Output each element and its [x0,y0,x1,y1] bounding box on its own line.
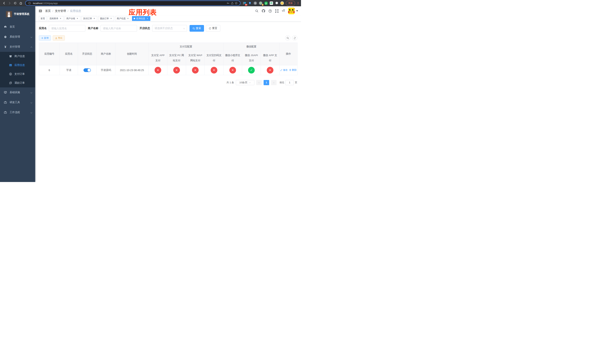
filter-label-status: 开启状态 [140,27,150,30]
breadcrumb-home[interactable]: 首页 [45,9,51,13]
help-icon[interactable] [269,9,272,13]
share-icon[interactable] [230,1,234,5]
tag-refund-order[interactable]: 退款订单 [98,16,114,21]
page-content: 应用名 商户名称 开启状态 请选择开启状态 搜索 重置 [35,22,301,182]
browser-home-button[interactable] [18,0,23,6]
pay-submenu: 商户信息 应用信息 支付订单 退款订单 [0,52,35,87]
col-group-alipay: 支付宝配置 [149,43,224,51]
extension-chat-icon[interactable] [269,1,273,5]
refresh-table-button[interactable] [292,35,297,41]
status-icon-wx-app: ✕ [267,67,273,74]
browser-forward-button[interactable] [7,0,12,6]
extension-session-icon[interactable]: 1 [259,1,262,5]
sidebar-item-refund-order[interactable]: 退款订单 [0,78,35,87]
prev-page-button[interactable] [256,80,262,85]
col-header-status: 开启状态 [78,43,97,65]
sidebar-item-system[interactable]: 系统管理 [0,32,35,42]
close-icon[interactable] [110,17,112,20]
add-button[interactable]: 新增 [39,35,51,41]
breadcrumb: 首页 / 支付管理 / 应用信息 [45,9,81,13]
bookmark-star-icon[interactable] [234,1,238,5]
extension-gem-icon[interactable] [248,1,252,5]
extension-command-icon[interactable] [253,1,257,5]
search-icon [287,37,289,39]
sidebar-item-infra[interactable]: 基础设施 [0,87,35,97]
extension-badge: 10 [245,4,247,6]
reload-icon [14,2,17,5]
reset-button[interactable]: 重置 [206,25,220,32]
tag-flow-form[interactable]: 流程表单 [48,16,64,21]
page-size-select[interactable]: 10条/页 [236,80,254,85]
refresh-icon [209,27,211,30]
toolbox-icon [4,111,7,114]
sidebar-item-pay-order[interactable]: 支付订单 [0,70,35,78]
yen-circle-icon [9,73,12,75]
site-info-icon[interactable] [27,1,32,5]
sidebar-logo[interactable]: 芋道管理系统 [0,6,35,22]
sidebar-item-label: 支付订单 [14,72,32,76]
col-header-app-name: 应用名 [60,43,78,65]
next-page-button[interactable] [271,80,277,85]
browser-menu-icon[interactable] [297,1,300,5]
breadcrumb-pay[interactable]: 支付管理 [55,9,66,13]
tag-pay-order[interactable]: 支付订单 [81,16,97,21]
extension-emoji-icon[interactable] [280,1,284,5]
status-icon-wx-jsapi: ✓ [248,67,255,74]
password-key-icon[interactable] [226,1,230,5]
forward-arrow-icon [8,2,11,5]
sidebar-item-pay[interactable]: ¥ 支付管理 [0,42,35,52]
monitor-chart-icon [4,91,7,94]
sidebar-item-dev-tools[interactable]: 研发工具 [0,97,35,107]
github-icon[interactable] [262,9,265,13]
documents-icon [9,81,12,85]
status-icon-alipay-qr: ✕ [211,67,217,74]
cell-status [78,65,97,75]
goto-page-input[interactable] [285,80,294,85]
close-icon[interactable] [146,17,149,20]
close-icon[interactable] [127,17,129,20]
tag-user-group[interactable]: 用户分组 [64,16,80,21]
sidebar-item-workflow[interactable]: 工作流程 [0,107,35,117]
sidebar: 芋道管理系统 首页 系统管理 ¥ 支付管理 商户信息 [0,6,35,182]
annotation-overlay: 应用列表 [129,8,157,17]
toggle-search-button[interactable] [285,35,290,41]
page-number-1[interactable]: 1 [264,80,269,85]
col-header-merchant: 商户名称 [97,43,115,65]
export-button[interactable]: 导出 [53,35,65,41]
app-name-input[interactable] [49,25,85,32]
merchant-name-input[interactable] [100,25,137,32]
browser-update-button[interactable]: 更新 [286,1,295,6]
browser-back-button[interactable] [1,0,7,6]
address-bar[interactable]: localhost:1024/pay/app [25,0,240,6]
status-select[interactable]: 请选择开启状态 [152,25,187,32]
url-text: localhost:1024/pay/app [33,2,226,5]
extension-puzzle-icon[interactable] [275,1,279,5]
col-group-wechat: 微信配置 [224,43,280,51]
fullscreen-icon[interactable] [275,9,279,13]
tag-home[interactable]: 首页 [39,16,47,21]
sidebar-fold-icon[interactable] [37,8,43,14]
tag-label: 商户信息 [117,17,126,20]
col-header-wx-mini: 微信小程序支付 [224,51,242,65]
edit-link[interactable]: 修改 [280,68,288,72]
enabled-switch[interactable] [84,68,91,72]
close-icon[interactable] [76,17,79,20]
header-search-icon[interactable] [255,9,258,13]
font-size-icon[interactable]: TT [282,9,285,13]
extension-y-icon[interactable]: y [264,1,268,5]
tag-label: 用户分组 [66,17,75,20]
sidebar-item-merchant[interactable]: 商户信息 [0,52,35,61]
user-menu[interactable] [288,8,298,14]
col-header-alipay-pc: 支付宝 PC 网站支付 [167,51,186,65]
close-icon[interactable] [93,17,96,20]
sidebar-item-label: 应用信息 [14,64,32,67]
sidebar-item-label: 研发工具 [10,101,31,104]
delete-link[interactable]: 删除 [289,68,297,72]
extension-blocker-icon[interactable]: 10 [243,1,246,5]
search-button[interactable]: 搜索 [190,25,204,32]
grid-icon [9,64,12,67]
browser-reload-button[interactable] [13,0,18,6]
close-icon[interactable] [59,17,62,20]
sidebar-item-home[interactable]: 首页 [0,22,35,32]
sidebar-item-app-info[interactable]: 应用信息 [0,61,35,70]
